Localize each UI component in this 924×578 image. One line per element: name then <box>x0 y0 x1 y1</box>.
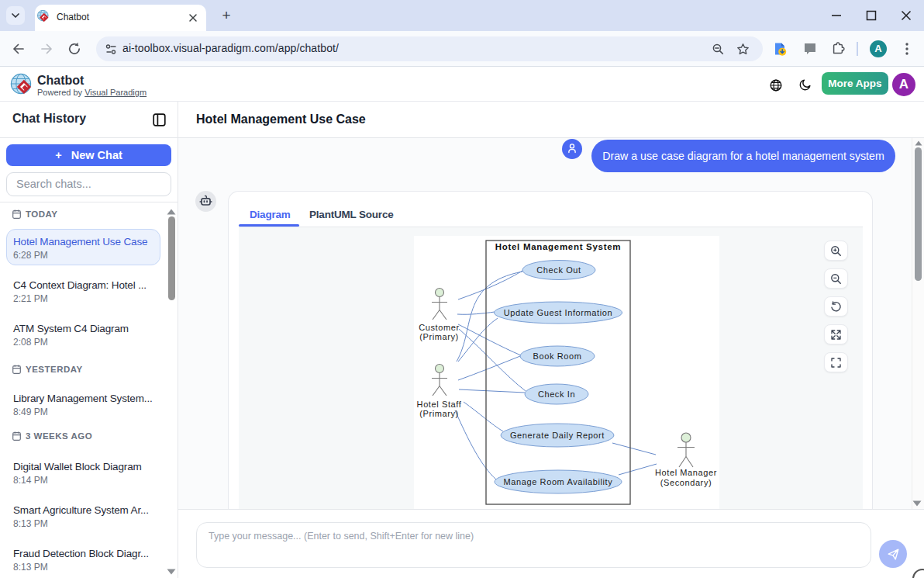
svg-text:Manage Room Availability: Manage Room Availability <box>504 477 613 486</box>
svg-text:Hotel Management System: Hotel Management System <box>495 242 621 251</box>
svg-text:Check In: Check In <box>538 389 575 399</box>
svg-text:Hotel Staff: Hotel Staff <box>417 400 462 409</box>
svg-text:Check Out: Check Out <box>536 265 581 275</box>
svg-text:Hotel Manager: Hotel Manager <box>655 468 717 477</box>
svg-text:Update Guest Information: Update Guest Information <box>504 308 612 317</box>
svg-text:(Secondary): (Secondary) <box>660 478 712 487</box>
svg-text:Generate Daily Report: Generate Daily Report <box>510 431 605 440</box>
svg-text:Book Room: Book Room <box>533 351 582 361</box>
svg-text:(Primary): (Primary) <box>419 409 459 418</box>
svg-text:Customer: Customer <box>419 323 459 332</box>
svg-text:(Primary): (Primary) <box>419 332 459 341</box>
